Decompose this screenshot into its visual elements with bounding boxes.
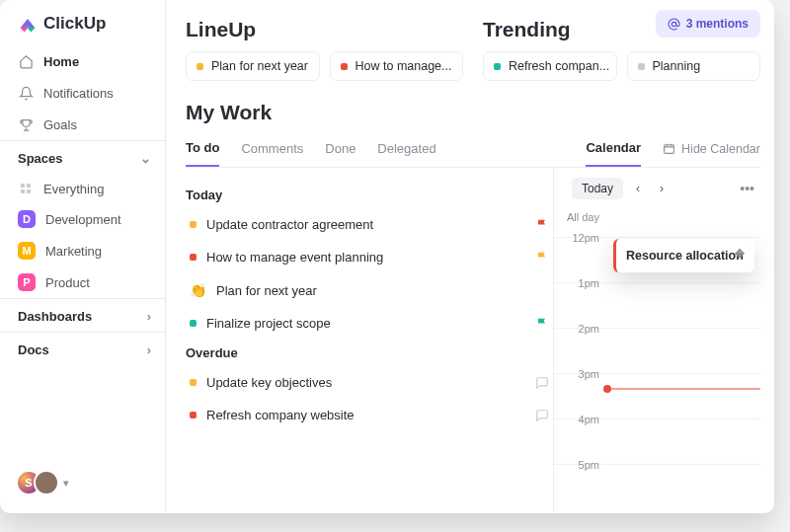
home-icon — [18, 53, 34, 69]
task-row[interactable]: Update contractor agreement — [186, 208, 553, 241]
hour-label: 12pm — [554, 232, 607, 244]
task-row[interactable]: Finalize project scope — [186, 307, 553, 340]
next-arrow[interactable]: › — [653, 182, 671, 195]
calendar-icon — [663, 142, 675, 155]
tab[interactable]: To do — [186, 130, 219, 167]
nav-notifications[interactable]: Notifications — [0, 77, 165, 109]
hour-label: All day — [554, 211, 607, 223]
chip-label: How to manage... — [356, 59, 452, 73]
chevron-down-icon: ▾ — [63, 477, 69, 490]
prev-arrow[interactable]: ‹ — [629, 182, 647, 195]
chat-icon — [535, 376, 549, 390]
nav-home[interactable]: Home — [0, 45, 165, 77]
docs-header[interactable]: Docs › — [0, 332, 165, 365]
tab-calendar[interactable]: Calendar — [586, 130, 641, 167]
flag-icon — [535, 317, 549, 331]
hour-row: 3pm — [554, 373, 760, 418]
chat-icon — [535, 409, 549, 422]
user-avatars[interactable]: S ▾ — [0, 470, 165, 513]
nav-label: Notifications — [43, 86, 114, 101]
task-label: Update key objectives — [206, 375, 525, 390]
main-content: 3 mentions LineUp Plan for next yearHow … — [166, 0, 774, 513]
calendar-event[interactable]: Resource allocation ✥ — [613, 239, 754, 272]
dashboards-header[interactable]: Dashboards › — [0, 298, 165, 332]
status-dot — [190, 320, 197, 327]
sidebar: ClickUp Home Notifications Goals Spaces … — [0, 0, 166, 513]
status-dot — [190, 254, 197, 261]
flag-icon — [535, 251, 549, 265]
brand-text: ClickUp — [43, 14, 106, 34]
task-label: Update contractor agreement — [206, 217, 525, 232]
chip[interactable]: Planning — [627, 51, 761, 81]
sidebar-space[interactable]: PProduct — [0, 266, 165, 298]
chip[interactable]: How to manage... — [330, 51, 464, 81]
more-icon[interactable]: ••• — [740, 181, 754, 196]
task-label: How to manage event planning — [206, 250, 525, 265]
task-label: Refresh company website — [206, 408, 525, 422]
svg-rect-1 — [665, 145, 674, 154]
tab[interactable]: Comments — [241, 131, 303, 166]
chip[interactable]: Refresh compan... — [483, 51, 617, 81]
spaces-header[interactable]: Spaces ⌄ — [0, 140, 165, 174]
mywork-title: My Work — [186, 101, 760, 124]
hour-row: 5pm — [554, 464, 760, 509]
at-icon — [668, 18, 680, 31]
move-icon[interactable]: ✥ — [735, 247, 745, 261]
avatar — [34, 470, 59, 495]
status-dot — [190, 412, 197, 418]
hour-row: 4pm — [554, 418, 760, 464]
hour-label: 1pm — [554, 277, 607, 289]
calendar-grid[interactable]: Resource allocation ✥ All day12pm1pm2pm3… — [554, 207, 760, 513]
chip[interactable]: Plan for next year — [186, 51, 320, 81]
hour-row: 1pm — [554, 282, 760, 328]
nav-label: Goals — [43, 117, 77, 132]
status-dot — [197, 63, 203, 70]
task-group-header: Today — [186, 188, 553, 202]
bell-icon — [18, 85, 34, 101]
sidebar-everything[interactable]: Everything — [0, 174, 165, 203]
sidebar-space[interactable]: MMarketing — [0, 235, 165, 266]
space-label: Development — [45, 212, 121, 227]
chevron-right-icon: › — [147, 342, 151, 357]
nav-label: Everything — [43, 182, 104, 196]
calendar-pane: Today ‹ › ••• Resource allocation ✥ All … — [553, 168, 760, 513]
today-button[interactable]: Today — [572, 178, 623, 199]
grid-icon — [18, 181, 34, 196]
space-badge: M — [18, 242, 36, 260]
nav-goals[interactable]: Goals — [0, 109, 165, 140]
task-row[interactable]: Refresh company website — [186, 399, 553, 431]
nav-label: Home — [43, 54, 79, 69]
task-group-header: Overdue — [186, 345, 553, 360]
brand-logo[interactable]: ClickUp — [0, 14, 165, 45]
tab[interactable]: Delegated — [377, 131, 435, 166]
chip-label: Planning — [653, 59, 701, 73]
hide-calendar-button[interactable]: Hide Calendar — [663, 132, 760, 166]
current-time-line — [607, 388, 760, 390]
task-row[interactable]: Update key objectives — [186, 366, 553, 399]
status-dot — [190, 221, 197, 228]
hour-label: 2pm — [554, 323, 607, 335]
chip-label: Plan for next year — [211, 59, 308, 73]
chip-label: Refresh compan... — [509, 59, 609, 73]
chevron-down-icon: ⌄ — [140, 151, 151, 166]
status-dot — [638, 63, 645, 70]
mentions-pill[interactable]: 3 mentions — [656, 10, 760, 38]
mywork-tabs: To doCommentsDoneDelegated Calendar Hide… — [186, 130, 760, 168]
trophy-icon — [18, 116, 34, 132]
chevron-right-icon: › — [147, 309, 151, 324]
space-badge: P — [18, 273, 36, 291]
clap-icon: 👏 — [190, 282, 206, 298]
sidebar-space[interactable]: DDevelopment — [0, 203, 165, 235]
task-label: Plan for next year — [216, 283, 549, 298]
task-list: TodayUpdate contractor agreementHow to m… — [186, 168, 553, 513]
hour-label: 5pm — [554, 459, 607, 471]
task-row[interactable]: 👏Plan for next year — [186, 273, 553, 307]
task-label: Finalize project scope — [206, 316, 525, 331]
hour-row: 2pm — [554, 328, 760, 373]
status-dot — [190, 379, 197, 386]
task-row[interactable]: How to manage event planning — [186, 241, 553, 273]
status-dot — [494, 63, 501, 70]
tab[interactable]: Done — [325, 131, 356, 166]
space-label: Product — [45, 275, 90, 290]
space-badge: D — [18, 210, 36, 228]
